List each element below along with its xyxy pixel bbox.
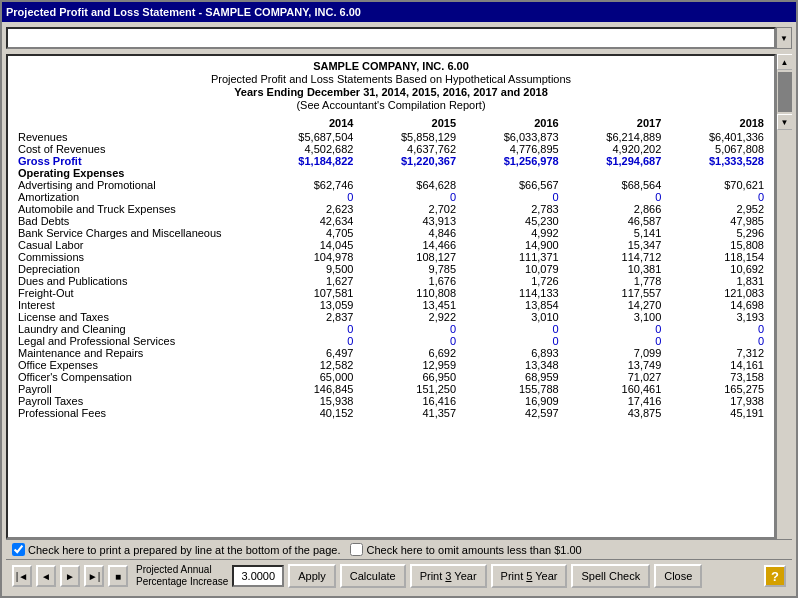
scroll-thumb[interactable] bbox=[778, 72, 792, 112]
row-value-2018: 118,154 bbox=[663, 251, 766, 263]
row-value-2018: 15,808 bbox=[663, 239, 766, 251]
apply-button[interactable]: Apply bbox=[288, 564, 336, 588]
row-value-2016: 155,788 bbox=[458, 383, 561, 395]
table-row: Bad Debts42,63443,91345,23046,58747,985 bbox=[16, 215, 766, 227]
row-value-2018: 14,161 bbox=[663, 359, 766, 371]
row-value-2015: 66,950 bbox=[355, 371, 458, 383]
checkbox-omit-amounts[interactable] bbox=[350, 543, 363, 556]
close-label: Close bbox=[664, 570, 692, 582]
row-label: Laundry and Cleaning bbox=[16, 323, 253, 335]
row-label: Cost of Revenues bbox=[16, 143, 253, 155]
checkbox-row: Check here to print a prepared by line a… bbox=[6, 539, 792, 559]
report-note: (See Accountant's Compilation Report) bbox=[16, 99, 766, 111]
scroll-down-arrow[interactable]: ▼ bbox=[777, 114, 793, 130]
row-value-2018: 7,312 bbox=[663, 347, 766, 359]
print3-button[interactable]: Print 3 Year bbox=[410, 564, 487, 588]
row-label: Professional Fees bbox=[16, 407, 253, 419]
scrollbar-stub: ▼ bbox=[776, 27, 792, 49]
row-value-2014: 65,000 bbox=[253, 371, 356, 383]
row-value-2018: 17,938 bbox=[663, 395, 766, 407]
row-value-2018: 14,698 bbox=[663, 299, 766, 311]
row-label: Gross Profit bbox=[16, 155, 253, 167]
main-window: Projected Profit and Loss Statement - SA… bbox=[0, 0, 798, 598]
checkbox-label-1[interactable]: Check here to print a prepared by line a… bbox=[12, 543, 340, 556]
table-row: Laundry and Cleaning00000 bbox=[16, 323, 766, 335]
row-value-2015: 14,466 bbox=[355, 239, 458, 251]
row-value-2017: $68,564 bbox=[561, 179, 664, 191]
row-value-2014: 15,938 bbox=[253, 395, 356, 407]
row-value-2015 bbox=[355, 167, 458, 179]
row-value-2017: 4,920,202 bbox=[561, 143, 664, 155]
toolbar-area: ▼ bbox=[6, 26, 792, 50]
row-label: Office Expenses bbox=[16, 359, 253, 371]
table-row: Dues and Publications1,6271,6761,7261,77… bbox=[16, 275, 766, 287]
row-value-2016 bbox=[458, 167, 561, 179]
col-header-2018: 2018 bbox=[663, 117, 766, 131]
pct-input[interactable] bbox=[232, 565, 284, 587]
table-row: Freight-Out107,581110,808114,133117,5571… bbox=[16, 287, 766, 299]
row-value-2016: $66,567 bbox=[458, 179, 561, 191]
bottom-bar: |◄ ◄ ► ►| ■ Projected AnnualPercentage I… bbox=[6, 559, 792, 592]
row-value-2016: 14,900 bbox=[458, 239, 561, 251]
row-label: Automobile and Truck Expenses bbox=[16, 203, 253, 215]
row-value-2015: 16,416 bbox=[355, 395, 458, 407]
row-label: Advertising and Promotional bbox=[16, 179, 253, 191]
report-title2: Years Ending December 31, 2014, 2015, 20… bbox=[16, 86, 766, 98]
row-value-2016: 42,597 bbox=[458, 407, 561, 419]
row-value-2018: 47,985 bbox=[663, 215, 766, 227]
calculate-button[interactable]: Calculate bbox=[340, 564, 406, 588]
checkbox-label-2[interactable]: Check here to omit amounts less than $1.… bbox=[350, 543, 581, 556]
row-value-2014: 146,845 bbox=[253, 383, 356, 395]
row-label: Bad Debts bbox=[16, 215, 253, 227]
row-label: Maintenance and Repairs bbox=[16, 347, 253, 359]
nav-first-btn[interactable]: |◄ bbox=[12, 565, 32, 587]
row-value-2016: 0 bbox=[458, 323, 561, 335]
table-row: Maintenance and Repairs6,4976,6926,8937,… bbox=[16, 347, 766, 359]
row-value-2018: $6,401,336 bbox=[663, 131, 766, 143]
row-value-2014: $62,746 bbox=[253, 179, 356, 191]
report-title1: Projected Profit and Loss Statements Bas… bbox=[16, 73, 766, 85]
row-value-2016: 6,893 bbox=[458, 347, 561, 359]
row-value-2017: 71,027 bbox=[561, 371, 664, 383]
row-value-2017: 2,866 bbox=[561, 203, 664, 215]
row-value-2015: 108,127 bbox=[355, 251, 458, 263]
row-value-2015: 43,913 bbox=[355, 215, 458, 227]
print5-button[interactable]: Print 5 Year bbox=[491, 564, 568, 588]
help-icon[interactable]: ? bbox=[764, 565, 786, 587]
nav-last-btn[interactable]: ►| bbox=[84, 565, 104, 587]
table-row: Bank Service Charges and Miscellaneous4,… bbox=[16, 227, 766, 239]
row-value-2014: 107,581 bbox=[253, 287, 356, 299]
apply-label: Apply bbox=[298, 570, 326, 582]
close-button[interactable]: Close bbox=[654, 564, 702, 588]
spell-check-button[interactable]: Spell Check bbox=[571, 564, 650, 588]
row-value-2017: 7,099 bbox=[561, 347, 664, 359]
checkbox-print-prepared[interactable] bbox=[12, 543, 25, 556]
vertical-scrollbar[interactable]: ▲ ▼ bbox=[776, 54, 792, 539]
report-wrapper: SAMPLE COMPANY, INC. 6.00 Projected Prof… bbox=[6, 54, 792, 539]
row-value-2015: 0 bbox=[355, 191, 458, 203]
nav-extra-btn[interactable]: ■ bbox=[108, 565, 128, 587]
row-value-2018: 45,191 bbox=[663, 407, 766, 419]
scroll-up-arrow[interactable]: ▲ bbox=[777, 54, 793, 70]
toolbar-input[interactable] bbox=[6, 27, 776, 49]
column-headers: 2014 2015 2016 2017 2018 bbox=[16, 117, 766, 131]
row-value-2017: $1,294,687 bbox=[561, 155, 664, 167]
table-row: Automobile and Truck Expenses2,6232,7022… bbox=[16, 203, 766, 215]
nav-prev-btn[interactable]: ◄ bbox=[36, 565, 56, 587]
row-value-2018: 2,952 bbox=[663, 203, 766, 215]
row-value-2017 bbox=[561, 167, 664, 179]
row-value-2017: 160,461 bbox=[561, 383, 664, 395]
row-value-2018: 73,158 bbox=[663, 371, 766, 383]
row-label: Commissions bbox=[16, 251, 253, 263]
table-row: Legal and Professional Services00000 bbox=[16, 335, 766, 347]
nav-next-btn[interactable]: ► bbox=[60, 565, 80, 587]
report-scroll[interactable]: SAMPLE COMPANY, INC. 6.00 Projected Prof… bbox=[8, 56, 774, 537]
row-value-2014 bbox=[253, 167, 356, 179]
table-row: Professional Fees40,15241,35742,59743,87… bbox=[16, 407, 766, 419]
row-value-2017: 0 bbox=[561, 335, 664, 347]
table-row: Cost of Revenues4,502,6824,637,7624,776,… bbox=[16, 143, 766, 155]
row-value-2014: 104,978 bbox=[253, 251, 356, 263]
row-value-2018: 3,193 bbox=[663, 311, 766, 323]
row-label: License and Taxes bbox=[16, 311, 253, 323]
row-label: Operating Expenses bbox=[16, 167, 253, 179]
